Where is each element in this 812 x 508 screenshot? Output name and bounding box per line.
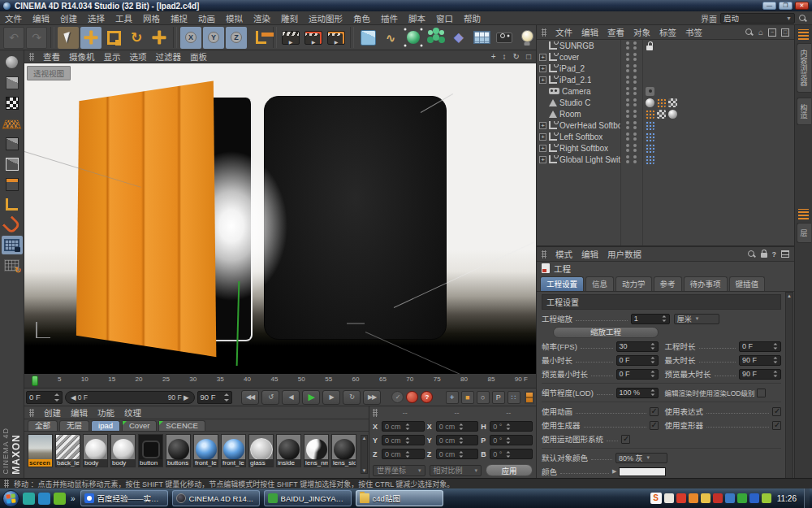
object-tags[interactable]	[642, 41, 794, 50]
key-toggle-button[interactable]: P	[492, 391, 505, 404]
menu-item[interactable]: 网格	[143, 12, 160, 24]
material-thumbnail[interactable]: glass	[248, 434, 274, 467]
mode-button[interactable]	[2, 53, 23, 72]
menu-item[interactable]: 编辑	[32, 12, 50, 24]
material-thumbnail[interactable]: lens_sid	[331, 434, 356, 467]
record-button[interactable]	[406, 391, 418, 403]
taskbar-button[interactable]: CINEMA 4D R14...	[172, 490, 260, 506]
record-button[interactable]: ?	[421, 391, 433, 403]
preview-min-field[interactable]: 0 F	[616, 369, 659, 380]
toolbar-button[interactable]	[326, 27, 347, 49]
menu-item[interactable]: 动画	[198, 12, 215, 24]
attribute-tab[interactable]: 动力学	[615, 276, 652, 291]
mode-button[interactable]	[2, 256, 23, 275]
key-toggle-button[interactable]: ○	[477, 391, 490, 404]
close-icon[interactable]: ✕	[795, 2, 809, 10]
mode-button[interactable]	[2, 134, 23, 153]
checker-tag-icon[interactable]	[668, 98, 677, 107]
min-time-field[interactable]: 0 F	[616, 355, 659, 366]
taskbar-button[interactable]: BAIDU_JINGYAN ...	[264, 490, 352, 506]
expand-toggle[interactable]: +	[539, 133, 546, 141]
object-name[interactable]: SUNRGB	[559, 41, 594, 50]
collapse-icon[interactable]: −	[768, 28, 776, 37]
panel-grip[interactable]	[373, 409, 378, 417]
toolbar-button[interactable]: ↷	[26, 27, 47, 49]
taskbar-clock[interactable]: 11:26	[777, 494, 797, 503]
toolbar-button[interactable]	[273, 27, 277, 48]
menu-item[interactable]: 运动图形	[309, 12, 343, 24]
attribute-tab[interactable]: 待办事项	[684, 276, 728, 291]
object-name[interactable]: iPad_2.1	[559, 76, 591, 85]
toolbar-button[interactable]	[149, 27, 170, 49]
panel-grip[interactable]	[542, 250, 546, 258]
lod-checkbox[interactable]	[757, 389, 766, 397]
coordinate-field[interactable]: 0 °	[490, 435, 533, 445]
object-name[interactable]: Right Softbox	[559, 144, 608, 153]
panel-grip[interactable]	[542, 28, 546, 37]
menu-item[interactable]: 创建	[60, 12, 77, 24]
use-animation-checkbox[interactable]	[650, 407, 659, 416]
object-row[interactable]: + iPad_2.1	[537, 74, 794, 85]
preview-max-field[interactable]: 90 F	[739, 369, 781, 380]
mode-button[interactable]	[2, 195, 23, 214]
transport-button[interactable]: ◀	[282, 390, 300, 405]
toolbar-button[interactable]	[248, 27, 270, 49]
smart-cover-model[interactable]	[76, 78, 218, 364]
transport-button[interactable]: ▶	[302, 390, 320, 405]
menu-item[interactable]: 模拟	[226, 12, 243, 24]
bdots-tag-icon[interactable]	[646, 144, 654, 153]
menu-item[interactable]: 捕捉	[171, 12, 188, 24]
quicklaunch-icon[interactable]	[23, 493, 35, 505]
attribute-menu-item[interactable]: 模式	[555, 248, 572, 260]
coordinate-field[interactable]: 0 cm	[436, 435, 479, 445]
object-name[interactable]: Camera	[562, 87, 591, 96]
toolbar-button[interactable]	[58, 27, 79, 49]
restore-icon[interactable]: ❐	[779, 2, 793, 10]
toolbar-button[interactable]: ◆	[448, 27, 469, 49]
visibility-dots[interactable]	[620, 52, 642, 63]
record-button[interactable]: ✓	[391, 391, 404, 403]
transport-button[interactable]: ▶▶	[363, 390, 381, 405]
mode-button[interactable]	[2, 175, 23, 193]
object-tags[interactable]	[642, 87, 794, 96]
visibility-dots[interactable]	[620, 120, 642, 131]
sphere-tag-icon[interactable]	[668, 110, 677, 119]
toolbar-button[interactable]	[303, 27, 324, 49]
tray-icon[interactable]	[701, 493, 710, 503]
bdots-tag-icon[interactable]	[646, 155, 654, 164]
project-scale-field[interactable]: 1	[631, 314, 670, 324]
viewport-control-icon[interactable]: +	[491, 53, 496, 61]
show-desktop-button[interactable]	[804, 488, 810, 508]
material-layer-tab[interactable]: SCENCE	[158, 420, 205, 431]
object-tags[interactable]	[642, 121, 794, 130]
viewport-menu-item[interactable]: 选项	[130, 50, 147, 63]
search-icon[interactable]	[745, 28, 754, 37]
visibility-dots[interactable]	[620, 86, 642, 97]
coordinate-field[interactable]: 0 cm	[436, 421, 479, 432]
lock-tag-icon[interactable]	[646, 41, 654, 50]
expand-toggle[interactable]: +	[539, 76, 546, 84]
toolbar-button[interactable]	[350, 27, 354, 48]
material-thumbnail[interactable]: front_le	[221, 434, 246, 467]
object-tags[interactable]	[642, 110, 794, 119]
object-row[interactable]: + Left Softbox	[537, 131, 794, 142]
tray-icon[interactable]	[725, 493, 735, 503]
object-row[interactable]: + OverHead Softbox	[537, 119, 794, 131]
lod-field[interactable]: 100 %	[616, 388, 659, 398]
minimize-icon[interactable]: —	[762, 2, 776, 10]
toolbar-button[interactable]	[357, 27, 378, 49]
sogou-icon[interactable]: S	[650, 493, 662, 504]
tray-icon[interactable]	[676, 493, 686, 503]
object-name[interactable]: Left Softbox	[559, 132, 603, 141]
material-thumbnail[interactable]: body	[83, 434, 108, 467]
visibility-dots[interactable]	[620, 98, 642, 108]
material-thumbnail[interactable]: front_le	[193, 434, 218, 467]
menu-item[interactable]: 脚本	[408, 12, 425, 24]
visibility-dots[interactable]	[620, 41, 642, 51]
expand-toggle[interactable]: +	[539, 122, 546, 129]
viewport-control-icon[interactable]: ↕	[503, 53, 507, 61]
toolbar-button[interactable]	[103, 27, 124, 49]
attribute-menu-item[interactable]: 编辑	[581, 248, 598, 260]
coordinate-field[interactable]: 0 cm	[436, 449, 479, 459]
object-manager-menu-item[interactable]: 文件	[555, 26, 572, 38]
